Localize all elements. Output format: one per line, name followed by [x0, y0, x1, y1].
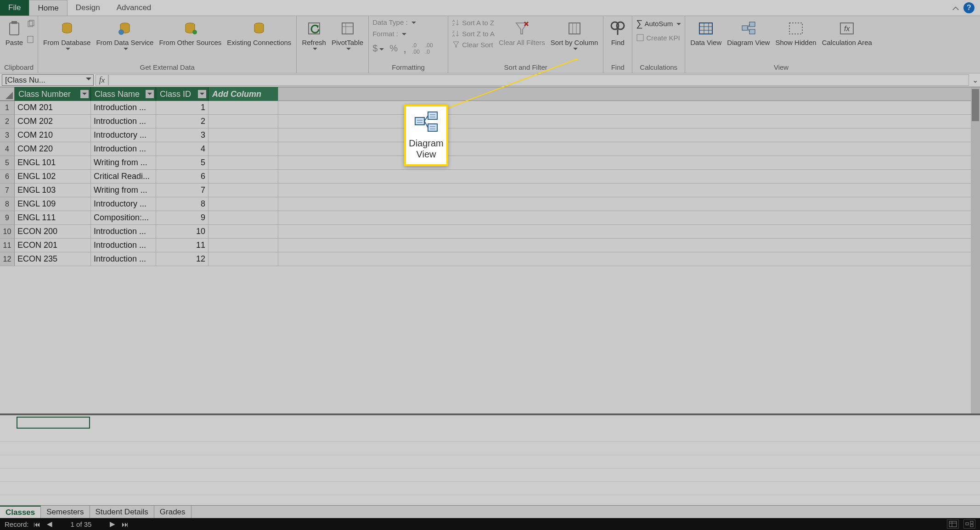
- cell-class-number[interactable]: ENGL 109: [15, 197, 91, 211]
- expand-formula-icon[interactable]: ⌄: [970, 73, 980, 87]
- row-header[interactable]: 4: [0, 142, 15, 156]
- filter-icon[interactable]: [80, 90, 89, 98]
- percent-button[interactable]: %: [389, 43, 398, 54]
- tab-file[interactable]: File: [0, 0, 29, 16]
- table-row[interactable]: 8ENGL 109Introductory ...8: [0, 197, 980, 211]
- fx-icon[interactable]: fx: [96, 74, 108, 86]
- row-header[interactable]: 9: [0, 211, 15, 225]
- sheet-tab-semesters[interactable]: Semesters: [41, 506, 90, 518]
- sort-az-button[interactable]: AZ Sort A to Z: [451, 18, 496, 27]
- collapse-ribbon-icon[interactable]: [952, 5, 960, 13]
- cell-class-name[interactable]: Introduction ...: [91, 225, 156, 239]
- filter-icon[interactable]: [146, 90, 154, 98]
- cell-class-id[interactable]: 12: [156, 252, 208, 266]
- help-icon[interactable]: ?: [963, 2, 974, 13]
- cell-class-number[interactable]: ENGL 102: [15, 170, 91, 184]
- cut-icon[interactable]: [27, 35, 35, 45]
- comma-button[interactable]: ,: [403, 41, 406, 56]
- name-box[interactable]: [Class Nu...: [2, 74, 94, 86]
- sort-za-button[interactable]: ZA Sort Z to A: [451, 29, 496, 38]
- row-header[interactable]: 7: [0, 184, 15, 197]
- cell-class-name[interactable]: Introduction ...: [91, 252, 156, 266]
- cell-empty[interactable]: [208, 115, 278, 128]
- clear-all-filters-button[interactable]: Clear All Filters: [496, 18, 547, 48]
- cell-class-id[interactable]: 4: [156, 142, 208, 156]
- cell-class-number[interactable]: COM 202: [15, 115, 91, 128]
- column-header-class-name[interactable]: Class Name: [91, 87, 156, 101]
- currency-button[interactable]: $: [372, 43, 384, 54]
- table-row[interactable]: 3COM 210Introductory ...3: [0, 128, 980, 142]
- sheet-tab-classes[interactable]: Classes: [0, 506, 41, 518]
- cell-class-name[interactable]: Introduction ...: [91, 239, 156, 252]
- cell-class-number[interactable]: COM 201: [15, 101, 91, 115]
- column-header-class-number[interactable]: Class Number: [15, 87, 91, 101]
- row-header[interactable]: 1: [0, 101, 15, 115]
- cell-empty[interactable]: [208, 197, 278, 211]
- table-row[interactable]: 11ECON 201Introduction ...11: [0, 239, 980, 252]
- select-all-corner[interactable]: [0, 87, 15, 101]
- from-data-service-button[interactable]: From Data Service: [94, 18, 156, 52]
- cell-empty[interactable]: [208, 101, 278, 115]
- cell-class-id[interactable]: 9: [156, 211, 208, 225]
- cell-class-id[interactable]: 5: [156, 156, 208, 170]
- table-row[interactable]: 4COM 220Introduction ...4: [0, 142, 980, 156]
- from-database-button[interactable]: From Database: [41, 18, 93, 52]
- find-button[interactable]: Find: [606, 18, 629, 48]
- cell-class-number[interactable]: ENGL 103: [15, 184, 91, 197]
- active-measure-cell[interactable]: [17, 417, 90, 429]
- cell-empty[interactable]: [208, 252, 278, 266]
- data-view-button[interactable]: Data View: [688, 18, 724, 48]
- next-record-icon[interactable]: ▶: [110, 520, 115, 528]
- cell-class-number[interactable]: COM 210: [15, 128, 91, 142]
- cell-class-name[interactable]: Introductory ...: [91, 128, 156, 142]
- last-record-icon[interactable]: ⏭: [122, 520, 129, 528]
- cell-class-number[interactable]: COM 220: [15, 142, 91, 156]
- cell-class-name[interactable]: Composition:...: [91, 211, 156, 225]
- row-header[interactable]: 11: [0, 239, 15, 252]
- tab-home[interactable]: Home: [29, 0, 67, 16]
- row-header[interactable]: 12: [0, 252, 15, 266]
- cell-empty[interactable]: [208, 142, 278, 156]
- cell-class-id[interactable]: 10: [156, 225, 208, 239]
- table-row[interactable]: 9ENGL 111Composition:...9: [0, 211, 980, 225]
- table-row[interactable]: 2COM 202Introduction ...2: [0, 115, 980, 128]
- cell-empty[interactable]: [208, 128, 278, 142]
- cell-class-id[interactable]: 7: [156, 184, 208, 197]
- cell-class-number[interactable]: ECON 235: [15, 252, 91, 266]
- refresh-button[interactable]: Refresh: [299, 18, 328, 52]
- row-header[interactable]: 5: [0, 156, 15, 170]
- filter-icon[interactable]: [198, 90, 206, 98]
- column-header-class-id[interactable]: Class ID: [156, 87, 208, 101]
- copy-icon[interactable]: [27, 20, 35, 30]
- cell-empty[interactable]: [208, 184, 278, 197]
- show-hidden-button[interactable]: Show Hidden: [773, 18, 818, 48]
- sheet-tab-student-details[interactable]: Student Details: [90, 506, 154, 518]
- cell-class-name[interactable]: Introduction ...: [91, 142, 156, 156]
- tab-design[interactable]: Design: [68, 0, 108, 16]
- cell-class-id[interactable]: 8: [156, 197, 208, 211]
- diagram-view-status-icon[interactable]: [963, 519, 975, 529]
- sort-by-column-button[interactable]: Sort by Column: [548, 18, 600, 52]
- cell-class-name[interactable]: Introduction ...: [91, 115, 156, 128]
- cell-class-id[interactable]: 6: [156, 170, 208, 184]
- row-header[interactable]: 2: [0, 115, 15, 128]
- cell-class-id[interactable]: 2: [156, 115, 208, 128]
- cell-empty[interactable]: [208, 156, 278, 170]
- cell-class-id[interactable]: 3: [156, 128, 208, 142]
- data-view-status-icon[interactable]: [947, 519, 959, 529]
- cell-empty[interactable]: [208, 239, 278, 252]
- cell-class-number[interactable]: ENGL 101: [15, 156, 91, 170]
- calculation-area-button[interactable]: fx Calculation Area: [820, 18, 874, 48]
- create-kpi-button[interactable]: Create KPI: [635, 33, 682, 42]
- format-dropdown[interactable]: Format :: [372, 29, 445, 38]
- vertical-scrollbar[interactable]: [971, 87, 980, 413]
- cell-class-name[interactable]: Writing from ...: [91, 156, 156, 170]
- cell-empty[interactable]: [208, 211, 278, 225]
- pivottable-button[interactable]: PivotTable: [329, 18, 366, 52]
- row-header[interactable]: 3: [0, 128, 15, 142]
- increase-decimal-button[interactable]: .0.00: [412, 42, 420, 55]
- existing-connections-button[interactable]: Existing Connections: [225, 18, 293, 48]
- decrease-decimal-button[interactable]: .00.0: [425, 42, 433, 55]
- sheet-tab-grades[interactable]: Grades: [154, 506, 191, 518]
- cell-class-id[interactable]: 1: [156, 101, 208, 115]
